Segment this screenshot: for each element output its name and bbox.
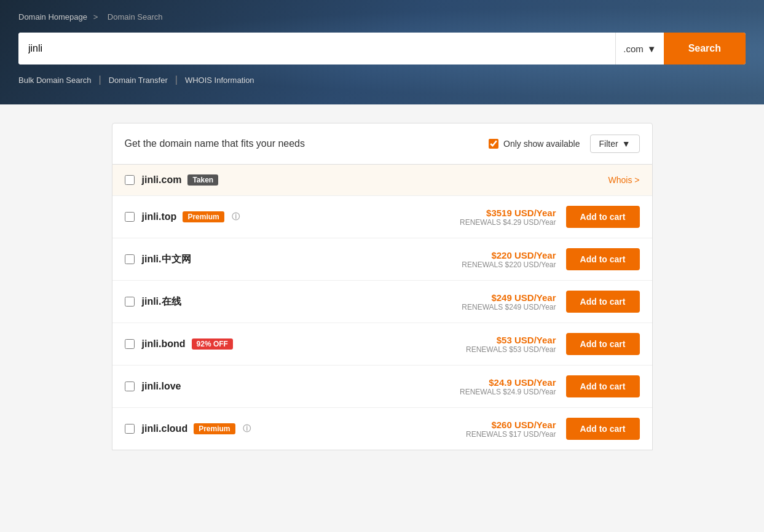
filter-bar-title: Get the domain name that fits your needs <box>125 138 305 149</box>
price-main: $220 USD/Year <box>458 250 556 260</box>
domain-checkbox[interactable] <box>125 339 135 349</box>
chevron-down-icon: ▼ <box>622 139 631 149</box>
sub-nav-whois[interactable]: WHOIS Information <box>185 74 254 86</box>
price-renewal: RENEWALS $53 USD/Year <box>458 345 556 354</box>
domain-checkbox[interactable] <box>125 254 135 264</box>
domain-checkbox[interactable] <box>125 424 135 434</box>
premium-info-icon[interactable]: ⓘ <box>232 211 240 222</box>
pricing: $24.9 USD/Year RENEWALS $24.9 USD/Year <box>458 377 556 396</box>
pricing: $220 USD/Year RENEWALS $220 USD/Year <box>458 250 556 269</box>
domain-name-text: jinli.love <box>142 381 181 392</box>
domain-badge: Premium <box>183 211 224 222</box>
domain-row: jinli.top Premiumⓘ $3519 USD/Year RENEWA… <box>112 196 652 238</box>
search-input[interactable] <box>18 33 615 65</box>
price-renewal: RENEWALS $4.29 USD/Year <box>458 218 556 227</box>
price-renewal: RENEWALS $24.9 USD/Year <box>458 388 556 396</box>
price-main: $260 USD/Year <box>458 420 556 430</box>
sub-nav-sep-2: | <box>175 74 178 86</box>
price-renewal: RENEWALS $220 USD/Year <box>458 260 556 269</box>
filter-button-label: Filter <box>599 139 618 149</box>
domain-name: jinli.love <box>142 381 458 392</box>
sub-nav: Bulk Domain Search | Domain Transfer | W… <box>18 74 746 86</box>
domain-checkbox[interactable] <box>125 381 135 391</box>
domain-badge: Taken <box>187 174 218 186</box>
add-to-cart-button[interactable]: Add to cart <box>566 291 640 313</box>
domain-name: jinli.top Premiumⓘ <box>142 211 458 222</box>
domain-name: jinli.中文网 <box>142 253 458 266</box>
add-to-cart-button[interactable]: Add to cart <box>566 375 640 397</box>
breadcrumb-current: Domain Search <box>108 12 163 22</box>
domain-name-text: jinli.cloud <box>142 423 188 434</box>
add-to-cart-button[interactable]: Add to cart <box>566 418 640 440</box>
domain-checkbox[interactable] <box>125 175 135 185</box>
filter-right: Only show available Filter ▼ <box>489 135 640 153</box>
domain-row: jinli.中文网 $220 USD/Year RENEWALS $220 US… <box>112 238 652 281</box>
pricing: $53 USD/Year RENEWALS $53 USD/Year <box>458 335 556 354</box>
price-renewal: RENEWALS $249 USD/Year <box>458 303 556 311</box>
only-available-text: Only show available <box>503 139 580 149</box>
domain-name-text: jinli.top <box>142 211 177 222</box>
domain-name: jinli.bond 92% OFF <box>142 338 458 350</box>
add-to-cart-button[interactable]: Add to cart <box>566 206 640 228</box>
domain-badge: 92% OFF <box>192 338 233 350</box>
domain-checkbox[interactable] <box>125 212 135 222</box>
only-available-label[interactable]: Only show available <box>489 139 580 149</box>
domain-row: jinli.com Taken Whois > <box>112 165 652 196</box>
domain-list: jinli.com Taken Whois > jinli.top Premiu… <box>112 165 653 450</box>
hero-section: Domain Homepage > Domain Search .com ▼ S… <box>0 0 764 104</box>
domain-row: jinli.bond 92% OFF $53 USD/Year RENEWALS… <box>112 323 652 366</box>
domain-name-text: jinli.bond <box>142 338 186 350</box>
chevron-down-icon: ▼ <box>647 44 656 54</box>
domain-name: jinli.在线 <box>142 295 458 308</box>
domain-name-text: jinli.在线 <box>142 295 181 308</box>
breadcrumb-separator: > <box>93 12 98 22</box>
filter-bar: Get the domain name that fits your needs… <box>112 123 653 165</box>
breadcrumb-home[interactable]: Domain Homepage <box>18 12 87 22</box>
domain-name-text: jinli.com <box>142 174 182 186</box>
whois-link[interactable]: Whois > <box>608 175 640 185</box>
pricing: $260 USD/Year RENEWALS $17 USD/Year <box>458 420 556 439</box>
domain-checkbox[interactable] <box>125 297 135 307</box>
domain-name: jinli.cloud Premiumⓘ <box>142 423 458 434</box>
sub-nav-transfer[interactable]: Domain Transfer <box>109 74 168 86</box>
price-main: $3519 USD/Year <box>458 208 556 218</box>
search-button[interactable]: Search <box>664 33 746 65</box>
pricing: $3519 USD/Year RENEWALS $4.29 USD/Year <box>458 208 556 227</box>
pricing: $249 USD/Year RENEWALS $249 USD/Year <box>458 292 556 311</box>
premium-info-icon[interactable]: ⓘ <box>243 423 251 434</box>
tld-selector[interactable]: .com ▼ <box>615 33 663 65</box>
add-to-cart-button[interactable]: Add to cart <box>566 248 640 270</box>
search-bar: .com ▼ Search <box>18 33 746 65</box>
filter-button[interactable]: Filter ▼ <box>590 135 640 153</box>
breadcrumb: Domain Homepage > Domain Search <box>18 12 746 22</box>
domain-row: jinli.love $24.9 USD/Year RENEWALS $24.9… <box>112 366 652 408</box>
price-main: $53 USD/Year <box>458 335 556 345</box>
only-available-checkbox[interactable] <box>489 139 498 149</box>
price-main: $24.9 USD/Year <box>458 377 556 388</box>
domain-name: jinli.com Taken <box>142 174 608 186</box>
main-content: Get the domain name that fits your needs… <box>93 104 671 469</box>
tld-value: .com <box>623 44 644 54</box>
add-to-cart-button[interactable]: Add to cart <box>566 333 640 355</box>
domain-row: jinli.在线 $249 USD/Year RENEWALS $249 USD… <box>112 281 652 323</box>
sub-nav-bulk[interactable]: Bulk Domain Search <box>18 74 92 86</box>
sub-nav-sep-1: | <box>99 74 101 86</box>
domain-name-text: jinli.中文网 <box>142 253 191 266</box>
domain-badge: Premium <box>194 423 235 434</box>
price-renewal: RENEWALS $17 USD/Year <box>458 430 556 439</box>
domain-row: jinli.cloud Premiumⓘ $260 USD/Year RENEW… <box>112 408 652 450</box>
price-main: $249 USD/Year <box>458 292 556 303</box>
